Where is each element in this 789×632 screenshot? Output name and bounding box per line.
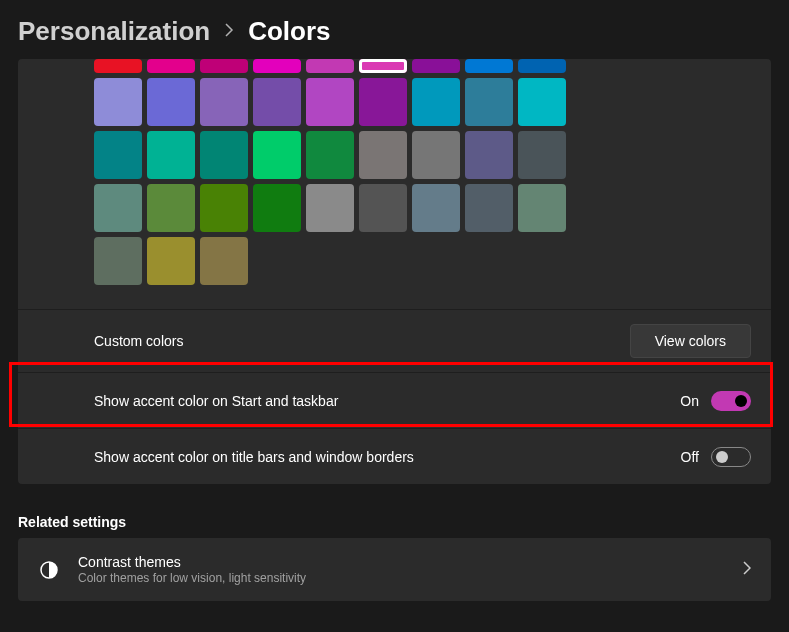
color-swatch[interactable] xyxy=(518,59,566,73)
color-swatch[interactable] xyxy=(465,184,513,232)
color-swatch[interactable] xyxy=(518,78,566,126)
color-swatch[interactable] xyxy=(147,237,195,285)
color-swatch[interactable] xyxy=(147,59,195,73)
color-swatch[interactable] xyxy=(94,78,142,126)
accent-start-taskbar-row: Show accent color on Start and taskbar O… xyxy=(18,372,771,428)
color-swatch[interactable] xyxy=(147,78,195,126)
accent-titlebar-toggle-wrap: Off xyxy=(681,447,751,467)
related-panel: Contrast themes Color themes for low vis… xyxy=(18,538,771,601)
colors-panel: Custom colors View colors Show accent co… xyxy=(18,59,771,484)
color-swatch[interactable] xyxy=(94,184,142,232)
accent-start-state: On xyxy=(680,393,699,409)
accent-titlebar-row: Show accent color on title bars and wind… xyxy=(18,428,771,484)
color-swatch[interactable] xyxy=(306,131,354,179)
accent-color-grid xyxy=(18,59,771,309)
accent-start-toggle[interactable] xyxy=(711,391,751,411)
color-swatch[interactable] xyxy=(253,78,301,126)
color-swatch[interactable] xyxy=(412,59,460,73)
color-swatch[interactable] xyxy=(253,184,301,232)
color-swatch[interactable] xyxy=(359,131,407,179)
breadcrumb-parent[interactable]: Personalization xyxy=(18,16,210,47)
color-swatch[interactable] xyxy=(200,131,248,179)
accent-titlebar-toggle[interactable] xyxy=(711,447,751,467)
color-swatch[interactable] xyxy=(465,59,513,73)
color-swatch[interactable] xyxy=(200,237,248,285)
contrast-title: Contrast themes xyxy=(78,554,725,570)
color-swatch[interactable] xyxy=(518,131,566,179)
color-swatch[interactable] xyxy=(94,131,142,179)
color-swatch[interactable] xyxy=(94,237,142,285)
color-swatch[interactable] xyxy=(518,184,566,232)
color-swatch[interactable] xyxy=(306,184,354,232)
color-swatch[interactable] xyxy=(200,59,248,73)
accent-start-label: Show accent color on Start and taskbar xyxy=(94,393,338,409)
color-swatch[interactable] xyxy=(465,78,513,126)
color-swatch[interactable] xyxy=(359,184,407,232)
color-swatch[interactable] xyxy=(359,78,407,126)
color-swatch[interactable] xyxy=(253,131,301,179)
color-swatch[interactable] xyxy=(253,59,301,73)
color-swatch[interactable] xyxy=(94,59,142,73)
color-swatch[interactable] xyxy=(200,78,248,126)
color-swatch[interactable] xyxy=(465,131,513,179)
accent-titlebar-state: Off xyxy=(681,449,699,465)
color-swatch[interactable] xyxy=(200,184,248,232)
chevron-right-icon xyxy=(224,21,234,42)
chevron-right-icon xyxy=(743,561,751,579)
color-swatch[interactable] xyxy=(147,131,195,179)
contrast-subtitle: Color themes for low vision, light sensi… xyxy=(78,571,725,585)
related-settings-heading: Related settings xyxy=(0,496,789,538)
accent-titlebar-label: Show accent color on title bars and wind… xyxy=(94,449,414,465)
accent-start-toggle-wrap: On xyxy=(680,391,751,411)
custom-colors-label: Custom colors xyxy=(94,333,183,349)
breadcrumb: Personalization Colors xyxy=(0,0,789,59)
contrast-themes-item[interactable]: Contrast themes Color themes for low vis… xyxy=(18,538,771,601)
color-swatch[interactable] xyxy=(306,78,354,126)
contrast-icon xyxy=(38,559,60,581)
contrast-text: Contrast themes Color themes for low vis… xyxy=(78,554,725,585)
color-swatch[interactable] xyxy=(147,184,195,232)
color-swatch[interactable] xyxy=(359,59,407,73)
breadcrumb-current: Colors xyxy=(248,16,330,47)
color-swatch[interactable] xyxy=(412,78,460,126)
view-colors-button[interactable]: View colors xyxy=(630,324,751,358)
color-swatch[interactable] xyxy=(412,184,460,232)
custom-colors-row: Custom colors View colors xyxy=(18,309,771,372)
color-swatch[interactable] xyxy=(306,59,354,73)
color-swatch[interactable] xyxy=(412,131,460,179)
